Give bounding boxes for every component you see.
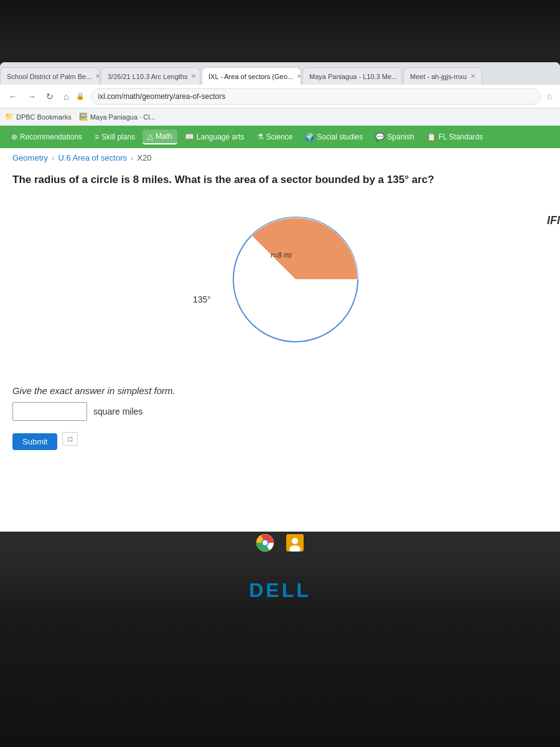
tab-maya[interactable]: Maya Paniagua - L10.3 Me... ✕ xyxy=(302,67,402,85)
diagram-container: r=8 mi 135° xyxy=(12,199,548,360)
lock-icon: 🔒 xyxy=(76,92,85,100)
spanish-icon: 💬 xyxy=(375,133,385,141)
taskbar xyxy=(0,532,560,554)
breadcrumb-geometry[interactable]: Geometry xyxy=(12,153,48,162)
sector-svg: r=8 mi xyxy=(199,199,361,360)
unit-label: square miles xyxy=(93,406,142,416)
browser-window: School District of Palm Be... ✕ 3/26/21 … xyxy=(0,62,560,535)
nav-recommendations[interactable]: ⊕ Recommendations xyxy=(6,130,87,144)
tab-ixl-area[interactable]: IXL - Area of sectors (Geo... ✕ xyxy=(202,67,301,85)
bookmark-icon: 🖼️ xyxy=(79,113,88,121)
nav-math[interactable]: △ Math xyxy=(142,129,177,144)
tab-close-icon[interactable]: ✕ xyxy=(95,73,100,80)
radius-text: r=8 mi xyxy=(271,251,292,260)
svg-point-5 xyxy=(292,538,298,544)
tab-close-icon[interactable]: ✕ xyxy=(297,73,301,80)
ixl-nav-bar: ⊕ Recommendations ≡ Skill plans △ Math 📖… xyxy=(0,126,560,148)
language-arts-icon: 📖 xyxy=(185,133,194,141)
submit-button[interactable]: Submit xyxy=(12,433,57,450)
star-icon[interactable]: ☆ xyxy=(546,92,554,101)
angle-label: 135° xyxy=(193,294,211,304)
address-input[interactable] xyxy=(91,88,541,105)
problem-area: The radius of a circle is 8 miles. What … xyxy=(0,167,560,385)
fl-standards-icon: 📋 xyxy=(427,133,436,141)
nav-science[interactable]: ⚗ Science xyxy=(252,130,298,144)
nav-social-studies[interactable]: 🌍 Social studies xyxy=(300,130,368,144)
chrome-icon xyxy=(256,534,274,552)
content-area: ⊕ Recommendations ≡ Skill plans △ Math 📖… xyxy=(0,126,560,535)
tab-bar: School District of Palm Be... ✕ 3/26/21 … xyxy=(0,62,560,85)
bottom-bezel: DELL xyxy=(0,554,560,747)
nav-skill-plans[interactable]: ≡ Skill plans xyxy=(90,130,140,144)
nav-spanish[interactable]: 💬 Spanish xyxy=(370,130,419,144)
science-icon: ⚗ xyxy=(257,133,264,141)
nav-language-arts[interactable]: 📖 Language arts xyxy=(180,130,250,144)
bookmark-icon: 📁 xyxy=(5,113,14,121)
reload-button[interactable]: ↻ xyxy=(44,90,56,103)
ifl-text: IFl xyxy=(547,214,560,227)
tab-close-icon[interactable]: ✕ xyxy=(401,73,402,80)
problem-question: The radius of a circle is 8 miles. What … xyxy=(12,174,548,186)
bookmarks-bar: 📁 DPBC Bookmarks 🖼️ Maya Paniagua · Cl..… xyxy=(0,108,560,126)
skip-button[interactable]: □ xyxy=(62,432,78,446)
breadcrumb-separator: › xyxy=(52,153,54,162)
recommendations-icon: ⊕ xyxy=(11,133,17,141)
tab-meet[interactable]: Meet - ah-jgjs-mxu ✕ xyxy=(403,67,482,85)
tab-close-icon[interactable]: ✕ xyxy=(470,73,475,80)
answer-input[interactable] xyxy=(12,402,87,421)
user-icon xyxy=(286,534,304,552)
back-button[interactable]: ← xyxy=(6,90,20,103)
tab-close-icon[interactable]: ✕ xyxy=(191,73,196,80)
tab-school-district[interactable]: School District of Palm Be... ✕ xyxy=(0,67,100,85)
bookmark-dpbc[interactable]: 📁 DPBC Bookmarks xyxy=(5,113,72,121)
give-exact-instruction: Give the exact answer in simplest form. xyxy=(12,385,548,396)
bookmark-maya[interactable]: 🖼️ Maya Paniagua · Cl... xyxy=(79,113,156,121)
svg-point-3 xyxy=(263,540,268,545)
answer-area: Give the exact answer in simplest form. … xyxy=(0,385,560,463)
circle-diagram: r=8 mi 135° xyxy=(199,199,361,360)
dell-logo: DELL xyxy=(249,579,311,602)
breadcrumb-u6[interactable]: U.6 Area of sectors xyxy=(58,153,127,162)
breadcrumb-x20: X20 xyxy=(137,153,151,162)
chrome-taskbar-icon[interactable] xyxy=(256,534,274,552)
forward-button[interactable]: → xyxy=(25,90,39,103)
tab-arc-lengths[interactable]: 3/26/21 L10.3 Arc Lengths ✕ xyxy=(101,67,200,85)
answer-row: square miles xyxy=(12,402,548,421)
nav-fl-standards[interactable]: 📋 FL Standards xyxy=(422,130,488,144)
skill-plans-icon: ≡ xyxy=(95,133,99,141)
user-taskbar-icon[interactable] xyxy=(286,534,304,552)
breadcrumb-separator-2: › xyxy=(131,153,133,162)
home-button[interactable]: ⌂ xyxy=(61,90,71,103)
social-studies-icon: 🌍 xyxy=(305,133,314,141)
address-bar: ← → ↻ ⌂ 🔒 ☆ xyxy=(0,85,560,108)
breadcrumb: Geometry › U.6 Area of sectors › X20 xyxy=(0,148,560,167)
math-icon: △ xyxy=(147,132,153,141)
